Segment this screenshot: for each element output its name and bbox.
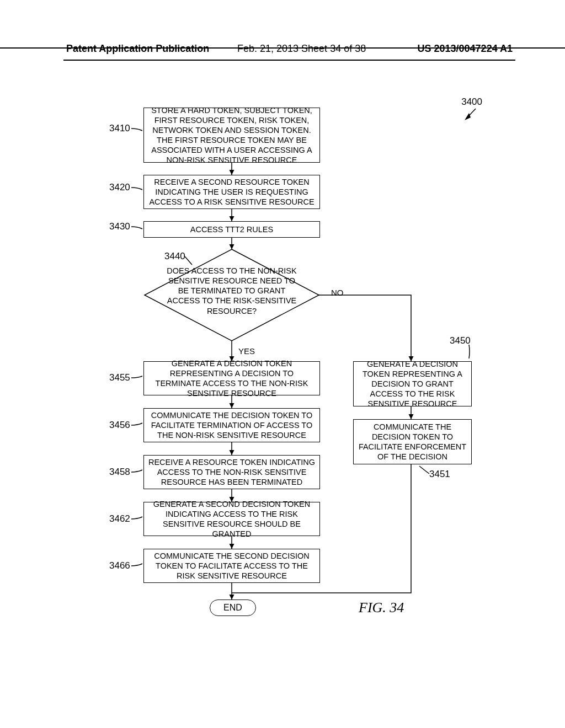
edge-yes: YES bbox=[238, 346, 255, 356]
figure-caption: FIG. 34 bbox=[359, 599, 404, 616]
header-publication: Patent Application Publication bbox=[66, 43, 209, 55]
label-3430: 3430 bbox=[109, 221, 130, 232]
flow-end: END bbox=[210, 599, 256, 616]
svg-marker-2 bbox=[465, 113, 471, 120]
svg-line-1 bbox=[466, 109, 476, 119]
label-3420: 3420 bbox=[109, 182, 130, 193]
step-3420-text: RECEIVE A SECOND RESOURCE TOKEN INDICATI… bbox=[147, 177, 316, 207]
step-3430: ACCESS TTT2 RULES bbox=[143, 221, 320, 238]
step-3456-text: COMMUNICATE THE DECISION TOKEN TO FACILI… bbox=[147, 410, 316, 440]
step-3466-text: COMMUNICATE THE SECOND DECISION TOKEN TO… bbox=[147, 551, 316, 581]
step-3410: STORE A HARD TOKEN, SUBJECT TOKEN, FIRST… bbox=[143, 108, 320, 163]
step-3458: RECEIVE A RESOURCE TOKEN INDICATING ACCE… bbox=[143, 455, 320, 489]
step-3450-text: GENERATE A DECISION TOKEN REPRESENTING A… bbox=[357, 359, 468, 409]
label-3458: 3458 bbox=[109, 467, 130, 478]
step-3462: GENERATE A SECOND DECISION TOKEN INDICAT… bbox=[143, 502, 320, 536]
step-3456: COMMUNICATE THE DECISION TOKEN TO FACILI… bbox=[143, 408, 320, 442]
step-3451: COMMUNICATE THE DECISION TOKEN TO FACILI… bbox=[353, 419, 472, 464]
header-rule bbox=[63, 60, 515, 61]
decision-3440: DOES ACCESS TO THE NON-RISK SENSITIVE RE… bbox=[143, 248, 320, 342]
label-3410: 3410 bbox=[109, 123, 130, 134]
label-3450: 3450 bbox=[450, 335, 471, 346]
header-sheet: Feb. 21, 2013 Sheet 34 of 38 bbox=[237, 43, 366, 55]
figure-ref-3400: 3400 bbox=[461, 97, 482, 108]
step-3410-text: STORE A HARD TOKEN, SUBJECT TOKEN, FIRST… bbox=[147, 105, 316, 165]
decision-3440-text: DOES ACCESS TO THE NON-RISK SENSITIVE RE… bbox=[166, 266, 298, 316]
flowchart: 3400 STORE A HARD TOKEN, SUBJECT TOKEN, … bbox=[0, 91, 565, 698]
step-3455: GENERATE A DECISION TOKEN REPRESENTING A… bbox=[143, 361, 320, 395]
page-header: Patent Application Publication Feb. 21, … bbox=[0, 43, 565, 49]
step-3451-text: COMMUNICATE THE DECISION TOKEN TO FACILI… bbox=[357, 422, 468, 462]
label-3456: 3456 bbox=[109, 420, 130, 431]
page: Patent Application Publication Feb. 21, … bbox=[0, 0, 565, 728]
header-pubnum: US 2013/0047224 A1 bbox=[418, 43, 513, 55]
step-3462-text: GENERATE A SECOND DECISION TOKEN INDICAT… bbox=[147, 499, 316, 539]
step-3466: COMMUNICATE THE SECOND DECISION TOKEN TO… bbox=[143, 549, 320, 583]
step-3458-text: RECEIVE A RESOURCE TOKEN INDICATING ACCE… bbox=[147, 457, 316, 487]
label-3462: 3462 bbox=[109, 513, 130, 524]
step-3420: RECEIVE A SECOND RESOURCE TOKEN INDICATI… bbox=[143, 175, 320, 209]
end-text: END bbox=[223, 603, 242, 613]
edge-no: NO bbox=[331, 288, 344, 297]
label-3466: 3466 bbox=[109, 560, 130, 571]
label-3451: 3451 bbox=[429, 469, 450, 480]
step-3450: GENERATE A DECISION TOKEN REPRESENTING A… bbox=[353, 361, 472, 406]
label-3455: 3455 bbox=[109, 372, 130, 383]
step-3455-text: GENERATE A DECISION TOKEN REPRESENTING A… bbox=[147, 358, 316, 399]
step-3430-text: ACCESS TTT2 RULES bbox=[190, 224, 273, 234]
label-3440: 3440 bbox=[164, 251, 185, 262]
